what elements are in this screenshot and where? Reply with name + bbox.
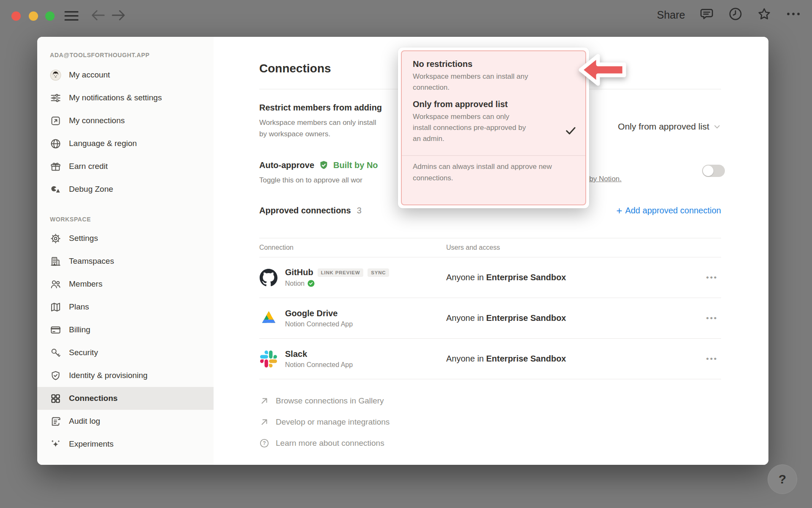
sidebar-item-teamspaces[interactable]: Teamspaces bbox=[37, 250, 214, 273]
comments-icon[interactable] bbox=[700, 7, 714, 23]
svg-text:?: ? bbox=[263, 440, 266, 446]
sidebar-item-connections[interactable]: Connections bbox=[37, 387, 214, 410]
sidebar-item-label: Connections bbox=[69, 394, 118, 403]
row-more-menu-icon[interactable]: ••• bbox=[706, 354, 718, 364]
sidebar-item-debug-zone[interactable]: Debug Zone bbox=[37, 178, 214, 201]
sidebar-item-label: Settings bbox=[69, 234, 98, 243]
sidebar-item-label: Members bbox=[69, 279, 102, 289]
learn-more-link[interactable]: ? Learn more about connections bbox=[259, 433, 721, 454]
row-more-menu-icon[interactable]: ••• bbox=[706, 314, 718, 323]
github-logo-icon bbox=[259, 268, 278, 287]
sliders-icon bbox=[50, 92, 61, 104]
avatar bbox=[50, 69, 61, 81]
built-by-notion-shield-icon bbox=[318, 160, 329, 171]
develop-integrations-link[interactable]: Develop or manage integrations bbox=[259, 411, 721, 433]
sidebar-item-label: Debug Zone bbox=[69, 185, 113, 194]
key-icon bbox=[50, 347, 61, 359]
chevron-down-icon bbox=[713, 123, 721, 131]
link-preview-badge: LINK PREVIEW bbox=[318, 268, 364, 277]
sidebar-item-my-connections[interactable]: My connections bbox=[37, 109, 214, 132]
row-more-menu-icon[interactable]: ••• bbox=[706, 273, 718, 282]
restriction-options-popup: No restrictions Workspace members can in… bbox=[398, 47, 589, 208]
gift-icon bbox=[50, 161, 61, 172]
sidebar-item-label: Audit log bbox=[69, 417, 100, 426]
option-only-approved-list[interactable]: Only from approved list Workspace member… bbox=[413, 99, 575, 144]
sidebar-item-experiments[interactable]: Experiments bbox=[37, 433, 214, 456]
footer-links: Browse connections in Gallery Develop or… bbox=[259, 390, 721, 454]
more-options-icon[interactable] bbox=[786, 7, 801, 23]
table-row-slack: Slack Notion Connected App Anyone in Ent… bbox=[259, 339, 721, 379]
sidebar-item-plans[interactable]: Plans bbox=[37, 295, 214, 318]
sidebar-item-security[interactable]: Security bbox=[37, 341, 214, 364]
people-icon bbox=[50, 279, 61, 290]
share-button[interactable]: Share bbox=[657, 9, 685, 21]
sidebar-item-identity-provisioning[interactable]: Identity & provisioning bbox=[37, 364, 214, 387]
sidebar-menu-icon[interactable] bbox=[64, 10, 79, 22]
add-approved-connection-button[interactable]: + Add approved connection bbox=[616, 206, 721, 215]
built-by-notion-link[interactable]: lt by Notion. bbox=[584, 175, 622, 183]
back-arrow-icon[interactable] bbox=[91, 8, 106, 22]
help-button[interactable]: ? bbox=[768, 464, 797, 494]
browse-gallery-link[interactable]: Browse connections in Gallery bbox=[259, 390, 721, 411]
screen: Share ADA@TOOLSFORTHOUGHT.APP My account… bbox=[0, 0, 812, 508]
traffic-zoom-button[interactable] bbox=[45, 11, 55, 21]
sidebar-item-label: Language & region bbox=[69, 139, 137, 148]
sidebar-item-settings[interactable]: Settings bbox=[37, 227, 214, 250]
access-scope: Anyone in Enterprise Sandbox bbox=[446, 354, 566, 364]
sidebar-item-language-region[interactable]: Language & region bbox=[37, 132, 214, 155]
sidebar-item-label: Teamspaces bbox=[69, 257, 114, 266]
sparkles-icon bbox=[50, 439, 61, 450]
option-no-restrictions[interactable]: No restrictions Workspace members can in… bbox=[413, 58, 575, 93]
sidebar-item-members[interactable]: Members bbox=[37, 273, 214, 295]
plus-icon: + bbox=[616, 207, 622, 215]
selected-check-icon bbox=[564, 124, 577, 139]
forward-arrow-icon[interactable] bbox=[111, 8, 126, 22]
connection-subtitle: Notion Connected App bbox=[285, 320, 353, 328]
slack-logo-icon bbox=[259, 350, 278, 368]
approved-connections-heading: Approved connections bbox=[259, 206, 351, 215]
question-circle-icon: ? bbox=[259, 438, 269, 448]
restriction-dropdown[interactable]: Only from approved list bbox=[618, 121, 721, 132]
connection-name: Google Drive bbox=[285, 309, 337, 318]
sidebar-item-billing[interactable]: Billing bbox=[37, 318, 214, 341]
sidebar-item-label: Identity & provisioning bbox=[69, 371, 148, 380]
globe-icon bbox=[50, 138, 61, 149]
traffic-minimize-button[interactable] bbox=[29, 11, 38, 21]
connection-name: GitHub bbox=[285, 268, 313, 277]
connections-table: Connection Users and access GitHub LINK … bbox=[259, 238, 721, 379]
popup-footer-note: Admins can always install and approve ne… bbox=[413, 156, 575, 184]
sidebar-item-my-account[interactable]: My account bbox=[37, 64, 214, 86]
connection-subtitle: Notion bbox=[285, 280, 304, 287]
approved-connections-count: 3 bbox=[357, 206, 362, 215]
connection-subtitle: Notion Connected App bbox=[285, 361, 353, 369]
column-connection: Connection bbox=[259, 244, 446, 251]
verified-badge-icon bbox=[307, 279, 315, 287]
sidebar-item-label: My account bbox=[69, 70, 110, 80]
topbar-actions: Share bbox=[657, 7, 801, 23]
traffic-close-button[interactable] bbox=[11, 11, 21, 21]
sidebar-item-earn-credit[interactable]: Earn credit bbox=[37, 155, 214, 178]
auto-approve-title: Auto-approve bbox=[259, 160, 314, 171]
restrict-members-description: Workspace members can only install by wo… bbox=[259, 117, 382, 140]
history-clock-icon[interactable] bbox=[728, 7, 743, 23]
gear-icon bbox=[50, 233, 61, 244]
table-row-github: GitHub LINK PREVIEW SYNC Notion Anyone i… bbox=[259, 257, 721, 298]
debug-shapes-icon bbox=[50, 184, 61, 195]
restriction-dropdown-value: Only from approved list bbox=[618, 121, 709, 132]
sidebar-item-label: Experiments bbox=[69, 439, 114, 449]
connection-name: Slack bbox=[285, 349, 307, 359]
sidebar-item-notifications-settings[interactable]: My notifications & settings bbox=[37, 86, 214, 109]
sidebar-item-label: Billing bbox=[69, 325, 91, 334]
table-row-google-drive: Google Drive Notion Connected App Anyone… bbox=[259, 298, 721, 339]
shield-check-icon bbox=[50, 370, 61, 381]
arrow-up-right-icon bbox=[259, 417, 269, 427]
building-icon bbox=[50, 256, 61, 267]
column-users-access: Users and access bbox=[446, 244, 500, 251]
auto-approve-toggle[interactable] bbox=[702, 165, 725, 177]
favorite-star-icon[interactable] bbox=[757, 7, 771, 23]
built-by-notion-label: Built by No bbox=[333, 160, 378, 170]
sidebar-item-audit-log[interactable]: Audit log bbox=[37, 410, 214, 433]
restrict-members-title: Restrict members from adding bbox=[259, 102, 382, 113]
sidebar-item-label: My connections bbox=[69, 116, 125, 125]
scroll-icon bbox=[50, 416, 61, 427]
